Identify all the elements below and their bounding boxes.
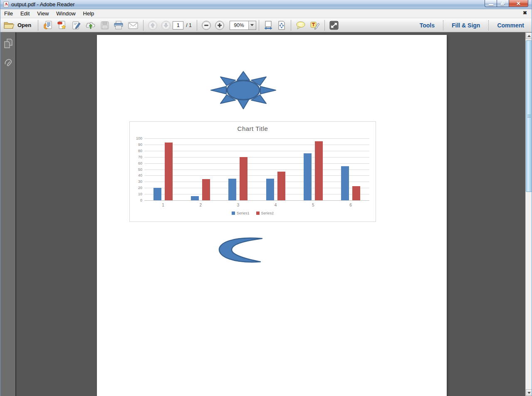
save-button[interactable] <box>98 20 111 31</box>
close-button[interactable]: ✕ <box>509 0 528 7</box>
minimize-button[interactable] <box>485 0 497 7</box>
export-pdf-button[interactable] <box>41 20 55 31</box>
chart-gridline <box>144 194 369 194</box>
arrow-down-icon <box>527 392 531 394</box>
send-file-button[interactable] <box>83 20 98 31</box>
tab-fill-and-sign[interactable]: Fill & Sign <box>448 20 483 30</box>
print-button[interactable] <box>111 20 126 31</box>
zoom-in-icon <box>215 20 225 30</box>
legend-label: Series1 <box>237 211 250 215</box>
menu-help[interactable]: Help <box>79 10 98 17</box>
restore-button[interactable] <box>497 0 509 7</box>
sun-shape <box>209 70 278 111</box>
sign-document-icon <box>71 20 82 30</box>
email-button[interactable] <box>126 20 141 31</box>
adobe-reader-window: output.pdf - Adobe Reader ✕ File Edit Vi… <box>0 0 532 396</box>
crescent-moon-shape <box>218 237 264 264</box>
x-axis-tick-label: 5 <box>305 203 322 207</box>
y-axis-tick-label: 60 <box>131 161 142 165</box>
window-title: output.pdf - Adobe Reader <box>11 1 75 7</box>
print-icon <box>113 20 124 30</box>
bar-series2-category-5 <box>315 141 323 200</box>
menu-view[interactable]: View <box>33 10 52 17</box>
chart-gridline <box>144 151 369 151</box>
previous-page-button[interactable] <box>146 20 159 31</box>
chart-gridline <box>144 188 369 188</box>
bar-series2-category-1 <box>165 143 173 200</box>
y-axis-tick-label: 90 <box>131 143 142 147</box>
bar-series2-category-6 <box>352 186 360 200</box>
menu-window[interactable]: Window <box>52 10 79 17</box>
x-axis-tick-label: 6 <box>342 203 359 207</box>
send-file-cloud-icon <box>85 20 97 30</box>
sticky-note-icon <box>295 21 306 30</box>
page-down-icon <box>161 20 171 30</box>
sign-document-button[interactable] <box>69 20 83 31</box>
tab-comment[interactable]: Comment <box>494 20 527 30</box>
x-axis-tick-label: 1 <box>155 203 171 207</box>
legend-item-series2: Series2 <box>256 211 274 215</box>
legend-swatch <box>232 212 235 215</box>
chart-title: Chart Title <box>130 125 376 132</box>
toolbar-separator <box>259 20 259 31</box>
fit-page-button[interactable] <box>275 20 288 31</box>
export-pdf-icon <box>42 20 53 30</box>
bar-series1-category-5 <box>304 153 312 200</box>
y-axis-tick-label: 50 <box>131 167 142 172</box>
close-document-button[interactable]: ✖ <box>522 10 528 16</box>
page-thumbnails-button[interactable] <box>0 37 16 51</box>
page-number-input[interactable] <box>173 21 183 30</box>
scrollbar-thumb[interactable] <box>526 40 532 192</box>
y-axis-tick-label: 20 <box>131 186 142 190</box>
scroll-up-button[interactable] <box>526 32 532 39</box>
chart-gridline <box>144 157 369 157</box>
menu-bar: File Edit View Window Help ✖ <box>0 9 532 18</box>
menu-edit[interactable]: Edit <box>17 10 33 17</box>
chart-gridline <box>144 138 369 139</box>
zoom-in-button[interactable] <box>213 20 226 31</box>
next-page-button[interactable] <box>159 20 173 31</box>
chart-gridline <box>144 170 369 170</box>
fit-width-button[interactable] <box>262 20 275 31</box>
fit-page-icon <box>277 20 287 30</box>
toolbar: Open <box>0 18 532 32</box>
zoom-dropdown-button[interactable] <box>248 21 256 30</box>
bar-series1-category-3 <box>228 179 236 200</box>
bar-series1-category-1 <box>153 188 161 200</box>
open-button[interactable]: Open <box>0 20 35 30</box>
zoom-level-control[interactable]: 90% <box>230 21 256 30</box>
y-axis-tick-label: 10 <box>131 192 142 196</box>
legend-swatch <box>256 212 260 215</box>
add-sticky-note-button[interactable] <box>294 20 308 31</box>
email-icon <box>127 21 139 30</box>
tab-tools[interactable]: Tools <box>416 20 438 30</box>
toolbar-separator <box>38 20 38 31</box>
bar-series2-category-2 <box>202 179 210 200</box>
attachments-icon <box>3 57 13 68</box>
vertical-scrollbar[interactable] <box>525 32 532 396</box>
toolbar-separator <box>197 20 197 31</box>
open-folder-icon <box>4 21 15 29</box>
highlight-text-button[interactable] <box>308 20 322 31</box>
x-axis-tick-label: 4 <box>267 203 284 207</box>
toolbar-dotted-separator <box>488 20 489 30</box>
scroll-down-button[interactable] <box>526 389 532 396</box>
chart-gridline <box>144 200 369 201</box>
y-axis-tick-label: 40 <box>131 173 142 177</box>
y-axis-tick-label: 100 <box>131 136 142 140</box>
minimize-icon <box>489 4 493 5</box>
create-pdf-icon <box>57 20 67 30</box>
toolbar-separator <box>291 20 291 31</box>
adobe-reader-app-icon <box>3 1 9 7</box>
menu-file[interactable]: File <box>0 10 17 17</box>
open-button-label: Open <box>17 22 31 28</box>
zoom-out-button[interactable] <box>200 20 213 31</box>
fullscreen-button[interactable] <box>327 20 341 31</box>
create-pdf-button[interactable] <box>55 20 69 31</box>
chart-gridline <box>144 175 369 176</box>
x-axis-tick-label: 3 <box>230 203 246 207</box>
y-axis-tick-label: 80 <box>131 149 142 153</box>
attachments-button[interactable] <box>0 56 16 70</box>
chart-gridline <box>144 182 369 182</box>
toolbar-separator <box>324 20 325 31</box>
